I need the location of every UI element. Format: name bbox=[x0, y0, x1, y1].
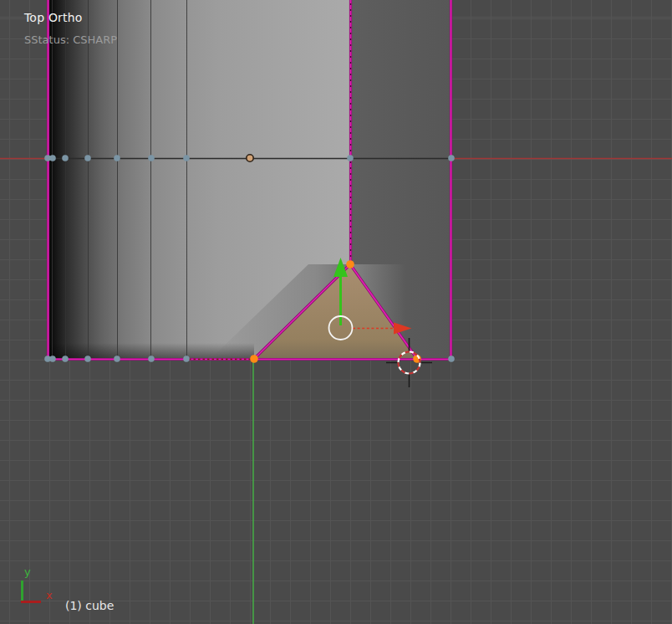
vertex[interactable] bbox=[148, 155, 155, 161]
vertex[interactable] bbox=[114, 355, 120, 362]
vertex-selected[interactable] bbox=[346, 260, 354, 269]
axis-widget-y-line bbox=[21, 581, 23, 602]
axis-widget-x-label: x bbox=[46, 589, 53, 601]
viewport-canvas[interactable] bbox=[0, 0, 672, 624]
vertex[interactable] bbox=[84, 355, 91, 362]
axis-widget-x-line bbox=[21, 601, 41, 603]
vertex-selected[interactable] bbox=[250, 355, 258, 363]
vertex[interactable] bbox=[84, 155, 91, 161]
vertex[interactable] bbox=[49, 155, 56, 161]
object-origin-marker bbox=[247, 155, 253, 161]
vertex[interactable] bbox=[347, 155, 354, 161]
viewport-hud: Top Ortho SStatus: CSHARP bbox=[24, 12, 117, 45]
vertex[interactable] bbox=[183, 155, 190, 161]
3d-viewport[interactable]: Top Ortho SStatus: CSHARP y x (1) cube bbox=[0, 0, 672, 624]
view-label: Top Ortho bbox=[24, 12, 117, 23]
vertex[interactable] bbox=[114, 155, 120, 161]
axis-widget-y-label: y bbox=[24, 565, 31, 578]
vertex[interactable] bbox=[448, 355, 455, 362]
vertex[interactable] bbox=[62, 155, 69, 161]
vertex[interactable] bbox=[148, 355, 155, 362]
vertex[interactable] bbox=[49, 355, 56, 362]
status-label: SStatus: CSHARP bbox=[24, 34, 117, 45]
axis-widget: y x bbox=[0, 559, 67, 617]
vertex[interactable] bbox=[448, 155, 455, 161]
vertex[interactable] bbox=[62, 355, 69, 362]
vertex[interactable] bbox=[183, 355, 190, 362]
object-name-label: (1) cube bbox=[65, 599, 114, 612]
